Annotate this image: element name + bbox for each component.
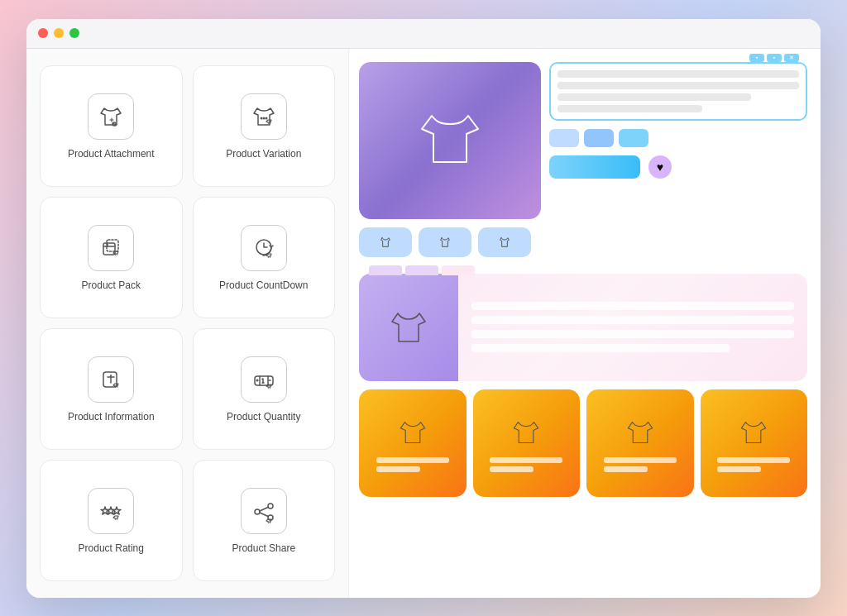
plugin-icon-quantity <box>241 356 287 403</box>
product-main-image <box>359 62 541 219</box>
card-line <box>376 466 420 472</box>
svg-point-18 <box>267 387 269 389</box>
plugin-icon-information <box>88 356 134 403</box>
info-tab-3[interactable] <box>442 265 475 275</box>
plugin-card-information[interactable]: Product Information <box>40 328 183 450</box>
plugin-label-rating: Product Rating <box>79 542 144 556</box>
svg-point-4 <box>267 122 269 124</box>
svg-point-16 <box>117 386 118 388</box>
tab-2[interactable] <box>419 227 471 257</box>
card-line <box>717 457 790 463</box>
plugin-label-variation: Product Variation <box>226 148 301 161</box>
card-line <box>604 466 648 472</box>
svg-point-15 <box>115 386 117 388</box>
svg-point-3 <box>265 117 267 120</box>
info-line-3 <box>471 330 794 338</box>
product-card-2-lines <box>490 457 562 472</box>
plugin-label-quantity: Product Quantity <box>227 411 300 424</box>
card-line <box>490 466 534 472</box>
plugin-label-information: Product Information <box>68 411 155 424</box>
toolbar-close[interactable]: ✕ <box>784 54 799 62</box>
svg-point-14 <box>110 375 112 376</box>
card-line <box>376 457 449 463</box>
products-grid <box>359 389 807 497</box>
info-tab-1[interactable] <box>369 265 402 275</box>
plugin-card-variation[interactable]: Product Variation <box>193 65 336 187</box>
product-card-3-lines <box>604 457 677 472</box>
plugin-label-pack: Product Pack <box>82 279 141 293</box>
plugin-icon-rating <box>88 488 134 534</box>
svg-point-25 <box>267 522 269 523</box>
plugin-icon-share <box>241 488 287 534</box>
maximize-button[interactable] <box>69 28 79 38</box>
product-card-2[interactable] <box>473 389 581 497</box>
wishlist-button[interactable]: ♥ <box>648 155 672 179</box>
info-line-2 <box>471 316 794 324</box>
product-card-4-lines <box>717 457 790 472</box>
buy-button[interactable] <box>549 155 640 179</box>
svg-point-20 <box>115 518 117 520</box>
plugin-card-share[interactable]: Product Share <box>193 460 336 581</box>
main-content: Product Attachment <box>26 49 821 598</box>
tab-1[interactable] <box>359 227 412 257</box>
svg-point-8 <box>115 254 117 255</box>
swatch-2[interactable] <box>584 129 614 147</box>
plugin-label-attachment: Product Attachment <box>68 148 155 161</box>
plugin-card-countdown[interactable]: Product CountDown <box>193 197 336 318</box>
plugin-label-share: Product Share <box>232 542 295 556</box>
plugin-card-pack[interactable]: Product Pack <box>40 197 183 318</box>
svg-point-19 <box>269 387 270 389</box>
card-toolbar: ▪ ▪ ✕ <box>749 54 799 62</box>
card-line <box>604 457 677 463</box>
plugin-card-rating[interactable]: Product Rating <box>40 460 183 581</box>
info-tab-2[interactable] <box>405 265 438 275</box>
toolbar-minimize[interactable]: ▪ <box>749 54 764 62</box>
plugin-card-attachment[interactable]: Product Attachment <box>40 65 183 187</box>
svg-point-2 <box>262 117 265 120</box>
product-card-4[interactable] <box>701 389 808 497</box>
tab-3[interactable] <box>478 227 531 257</box>
svg-point-21 <box>117 518 118 520</box>
product-card-1-lines <box>376 457 449 472</box>
svg-point-26 <box>269 522 270 523</box>
svg-point-22 <box>268 504 273 509</box>
titlebar <box>26 19 821 49</box>
color-swatches <box>549 129 807 147</box>
svg-point-23 <box>255 509 260 514</box>
plugin-icon-variation <box>241 93 287 140</box>
svg-point-5 <box>269 122 270 124</box>
detail-line-2 <box>557 82 799 89</box>
svg-point-9 <box>117 254 118 255</box>
buy-row: ♥ <box>549 155 807 179</box>
demo-area: ▪ ▪ ✕ <box>349 49 821 598</box>
card-line <box>490 457 562 463</box>
swatch-1[interactable] <box>549 129 579 147</box>
info-content <box>458 274 807 381</box>
swatch-3[interactable] <box>619 129 648 147</box>
product-details-panel: ▪ ▪ ✕ <box>549 62 807 219</box>
tabs-row <box>359 227 807 257</box>
detail-line-4 <box>557 105 702 112</box>
plugin-icon-pack <box>88 225 134 271</box>
product-card-3[interactable] <box>586 389 694 497</box>
product-info-section <box>359 274 807 381</box>
plugin-label-countdown: Product CountDown <box>219 279 308 293</box>
svg-point-11 <box>267 256 269 258</box>
svg-point-12 <box>269 256 270 258</box>
close-button[interactable] <box>38 28 48 38</box>
plugin-icon-countdown <box>241 225 287 271</box>
toolbar-expand[interactable]: ▪ <box>767 54 782 62</box>
svg-point-1 <box>260 117 262 120</box>
details-card: ▪ ▪ ✕ <box>549 62 807 121</box>
info-line-4 <box>471 344 730 352</box>
detail-line-1 <box>557 70 799 78</box>
plugin-icon-attachment <box>88 93 134 140</box>
info-line-1 <box>471 302 794 310</box>
plugin-card-quantity[interactable]: Product Quantity <box>193 328 336 450</box>
minimize-button[interactable] <box>54 28 64 38</box>
product-tshirt-icon <box>409 98 491 184</box>
card-line <box>717 466 761 472</box>
app-window: Product Attachment <box>26 19 821 598</box>
product-card-1[interactable] <box>359 389 467 497</box>
svg-rect-13 <box>103 372 117 387</box>
